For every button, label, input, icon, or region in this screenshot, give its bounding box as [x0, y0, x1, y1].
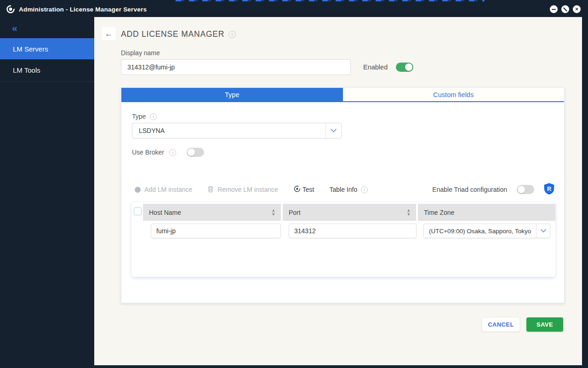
sidebar-item-lm-servers[interactable]: LM Servers	[0, 38, 94, 59]
chevron-down-icon	[325, 123, 341, 138]
enabled-toggle[interactable]	[396, 63, 413, 72]
chevron-down-icon	[536, 224, 550, 238]
table-toolbar: Add LM instance Remove LM instance	[135, 184, 368, 195]
sidebar-divider	[0, 81, 94, 82]
table-info-button[interactable]: Table Info	[330, 186, 368, 193]
add-lm-instance-label: Add LM instance	[144, 186, 192, 193]
add-lm-instance-button[interactable]: Add LM instance	[135, 186, 192, 193]
tab-label: Type	[225, 91, 239, 98]
type-dropdown[interactable]: LSDYNA	[132, 123, 342, 138]
column-label: Host Name	[149, 209, 181, 216]
close-icon[interactable]: ✕	[573, 6, 581, 13]
lm-instance-table: Host Name ∧∨ Port ∧∨ Time Zone	[131, 202, 555, 277]
use-broker-label: Use Broker	[132, 149, 164, 156]
use-broker-toggle[interactable]	[187, 148, 204, 157]
window-title: Administration - License Manager Servers	[19, 6, 147, 13]
svg-text:R: R	[547, 185, 551, 192]
triad-controls: Enable Triad configuration R	[432, 184, 554, 195]
type-label-text: Type	[132, 113, 146, 120]
sort-icon[interactable]: ∧∨	[272, 209, 275, 215]
app-logo-icon	[6, 5, 15, 13]
type-dropdown-value: LSDYNA	[132, 127, 325, 134]
table-header-row: Host Name ∧∨ Port ∧∨ Time Zone	[143, 204, 555, 221]
remove-lm-instance-button[interactable]: Remove LM instance	[207, 185, 278, 194]
column-header-time-zone[interactable]: Time Zone	[418, 204, 555, 221]
table-info-label: Table Info	[330, 186, 358, 193]
remove-lm-instance-label: Remove LM instance	[217, 186, 278, 193]
type-info-icon[interactable]	[150, 113, 157, 120]
test-icon	[293, 185, 301, 194]
cancel-button[interactable]: CANCEL	[482, 317, 520, 332]
column-header-port[interactable]: Port ∧∨	[283, 204, 416, 221]
add-icon	[135, 187, 141, 193]
back-button[interactable]: ←	[102, 27, 116, 40]
type-field-label: Type	[132, 113, 157, 120]
enabled-label: Enabled	[363, 63, 388, 71]
time-zone-dropdown[interactable]: (UTC+09:00) Osaka, Sapporo, Tokyo	[423, 224, 550, 238]
tab-label: Custom fields	[433, 91, 474, 98]
title-bar: Administration - License Manager Servers…	[0, 1, 588, 17]
sidebar-item-label: LM Tools	[13, 66, 40, 74]
save-button[interactable]: SAVE	[526, 317, 563, 332]
sidebar: « LM Servers LM Tools	[0, 17, 94, 365]
tab-content: Type LSDYNA Use Broker	[121, 102, 564, 303]
toggle-knob	[405, 63, 412, 71]
port-input[interactable]	[289, 224, 417, 238]
display-name-label: Display name	[121, 49, 160, 57]
test-button[interactable]: Test	[293, 185, 314, 194]
sidebar-item-label: LM Servers	[13, 45, 48, 53]
tab-strip: Type Custom fields	[121, 88, 564, 102]
main-content: ← ADD LICENSE MANAGER Display name Enabl…	[94, 17, 582, 365]
triad-label: Enable Triad configuration	[432, 186, 507, 193]
tab-panel: Type Custom fields Type LSDYNA	[121, 87, 565, 303]
minimize-icon[interactable]	[550, 6, 558, 13]
host-name-input[interactable]	[151, 224, 281, 238]
page-title: ADD LICENSE MANAGER	[121, 29, 236, 39]
toggle-knob	[518, 186, 525, 193]
select-all-checkbox[interactable]	[134, 207, 142, 215]
page-title-info-icon[interactable]	[228, 31, 236, 38]
enabled-control: Enabled	[363, 59, 413, 75]
column-label: Port	[289, 209, 301, 216]
sort-icon[interactable]: ∧∨	[407, 209, 410, 215]
sidebar-collapse-icon[interactable]: «	[0, 17, 94, 38]
use-broker-info-icon[interactable]	[169, 149, 176, 156]
sidebar-item-lm-tools[interactable]: LM Tools	[0, 59, 94, 80]
table-info-icon[interactable]	[361, 186, 368, 193]
page-title-text: ADD LICENSE MANAGER	[121, 29, 224, 39]
trash-icon	[207, 185, 214, 194]
display-name-input[interactable]	[121, 59, 351, 75]
use-broker-control: Use Broker	[132, 148, 204, 157]
toggle-knob	[188, 149, 195, 156]
restore-icon[interactable]	[561, 6, 569, 13]
tab-type[interactable]: Type	[121, 88, 343, 101]
triad-shield-badge-icon[interactable]: R	[544, 183, 554, 196]
window-controls: ✕	[550, 6, 581, 13]
triad-toggle[interactable]	[517, 185, 534, 194]
column-label: Time Zone	[424, 209, 454, 216]
test-label: Test	[303, 186, 314, 193]
app-window: Administration - License Manager Servers…	[0, 0, 588, 368]
column-header-host-name[interactable]: Host Name ∧∨	[143, 204, 281, 221]
back-arrow-icon: ←	[105, 29, 113, 39]
tab-custom-fields[interactable]: Custom fields	[343, 88, 565, 101]
time-zone-value: (UTC+09:00) Osaka, Sapporo, Tokyo	[424, 228, 536, 235]
